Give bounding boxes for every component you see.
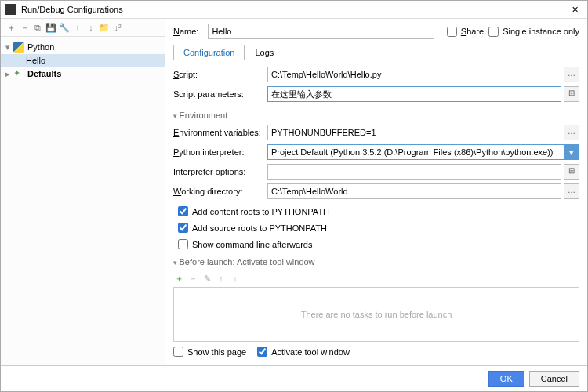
expand-params-button[interactable]: ⊞ <box>564 86 579 102</box>
run-debug-dialog: Run/Debug Configurations ✕ ＋ － ⧉ 💾 🔧 ↑ ↓… <box>0 0 588 392</box>
window-title: Run/Debug Configurations <box>21 5 567 14</box>
defaults-icon: ✦ <box>13 68 24 79</box>
sidebar: ＋ － ⧉ 💾 🔧 ↑ ↓ 📁 ↓² ▾ Python Hello <box>1 19 165 365</box>
browse-workdir-button[interactable]: … <box>564 183 579 199</box>
empty-text: There are no tasks to run before launch <box>301 310 452 319</box>
add-task-icon[interactable]: ＋ <box>173 273 184 284</box>
name-input[interactable] <box>208 24 434 39</box>
show-cmd-checkbox[interactable] <box>178 239 188 249</box>
params-label: Script parameters: <box>173 89 267 99</box>
add-source-label: Add source roots to PYTHONPATH <box>192 223 327 233</box>
activate-checkbox[interactable] <box>257 347 267 357</box>
show-cmd-label: Show command line afterwards <box>192 240 312 249</box>
expand-opts-button[interactable]: ⊞ <box>564 164 579 180</box>
tree-label: Defaults <box>27 69 61 78</box>
edit-task-icon: ✎ <box>201 273 212 284</box>
activate-label: Activate tool window <box>271 347 350 357</box>
interpreter-value: Project Default (Python 3.5.2 (D:\Progra… <box>271 147 554 157</box>
before-launch-list: There are no tasks to run before launch <box>173 287 579 342</box>
sidebar-toolbar: ＋ － ⧉ 💾 🔧 ↑ ↓ 📁 ↓² <box>1 19 165 37</box>
close-icon[interactable]: ✕ <box>567 5 583 15</box>
folder-icon[interactable]: 📁 <box>99 22 110 33</box>
workdir-label: Working directory: <box>173 187 267 196</box>
tab-logs[interactable]: Logs <box>245 45 284 60</box>
interpreter-combo[interactable]: Project Default (Python 3.5.2 (D:\Progra… <box>267 144 579 160</box>
footer: OK Cancel <box>1 365 587 391</box>
python-icon <box>13 42 24 53</box>
task-up-icon: ↑ <box>216 273 227 284</box>
add-source-checkbox[interactable] <box>178 223 188 233</box>
interpreter-label: Python interpreter: <box>173 147 267 157</box>
interp-opts-label: Interpreter options: <box>173 167 267 176</box>
expand-icon[interactable]: ▸ <box>5 69 13 79</box>
edit-envvars-button[interactable]: … <box>564 125 579 140</box>
interp-opts-input[interactable] <box>267 164 561 180</box>
name-label: Name: <box>173 27 198 36</box>
dropdown-icon[interactable]: ▾ <box>564 145 579 159</box>
copy-icon[interactable]: ⧉ <box>32 22 43 33</box>
before-launch-toolbar: ＋ － ✎ ↑ ↓ <box>173 273 579 284</box>
down-icon[interactable]: ↓ <box>85 22 96 33</box>
titlebar: Run/Debug Configurations ✕ <box>1 1 587 19</box>
tree-node-python[interactable]: ▾ Python <box>1 40 165 54</box>
env-section[interactable]: Environment <box>173 111 579 120</box>
ok-button[interactable]: OK <box>488 371 524 387</box>
browse-script-button[interactable]: … <box>564 67 579 82</box>
envvars-input[interactable] <box>267 125 561 140</box>
tree-label: Python <box>27 42 54 52</box>
add-icon[interactable]: ＋ <box>5 22 16 33</box>
script-label: Script: <box>173 70 267 79</box>
before-launch-section[interactable]: Before launch: Activate tool window <box>173 257 579 267</box>
share-checkbox[interactable] <box>447 27 457 37</box>
workdir-input[interactable] <box>267 183 561 199</box>
single-instance-checkbox[interactable] <box>488 27 499 37</box>
tree-node-hello[interactable]: Hello <box>1 54 165 67</box>
sort-icon[interactable]: ↓² <box>112 22 123 33</box>
single-instance-label: Single instance only <box>503 27 579 36</box>
tab-configuration[interactable]: Configuration <box>173 45 245 60</box>
save-icon[interactable]: 💾 <box>45 22 56 33</box>
wrench-icon[interactable]: 🔧 <box>59 22 70 33</box>
show-page-checkbox[interactable] <box>173 347 183 357</box>
add-content-label: Add content roots to PYTHONPATH <box>192 207 329 216</box>
main-panel: Name: Share Single instance only Configu… <box>165 19 587 365</box>
remove-task-icon: － <box>187 273 198 284</box>
show-page-label: Show this page <box>187 347 246 357</box>
share-label: Share <box>461 27 484 36</box>
app-icon <box>5 4 16 15</box>
cancel-button[interactable]: Cancel <box>529 371 579 387</box>
config-tree: ▾ Python Hello ▸ ✦ Defaults <box>1 37 165 365</box>
tabs: Configuration Logs <box>173 44 579 60</box>
add-content-checkbox[interactable] <box>178 206 188 216</box>
up-icon[interactable]: ↑ <box>72 22 83 33</box>
task-down-icon: ↓ <box>230 273 241 284</box>
envvars-label: Environment variables: <box>173 128 267 137</box>
collapse-icon[interactable]: ▾ <box>5 42 13 53</box>
remove-icon[interactable]: － <box>19 22 30 33</box>
tree-label: Hello <box>26 56 45 65</box>
tree-node-defaults[interactable]: ▸ ✦ Defaults <box>1 67 165 81</box>
script-input[interactable] <box>267 67 561 82</box>
params-input[interactable] <box>267 86 561 102</box>
